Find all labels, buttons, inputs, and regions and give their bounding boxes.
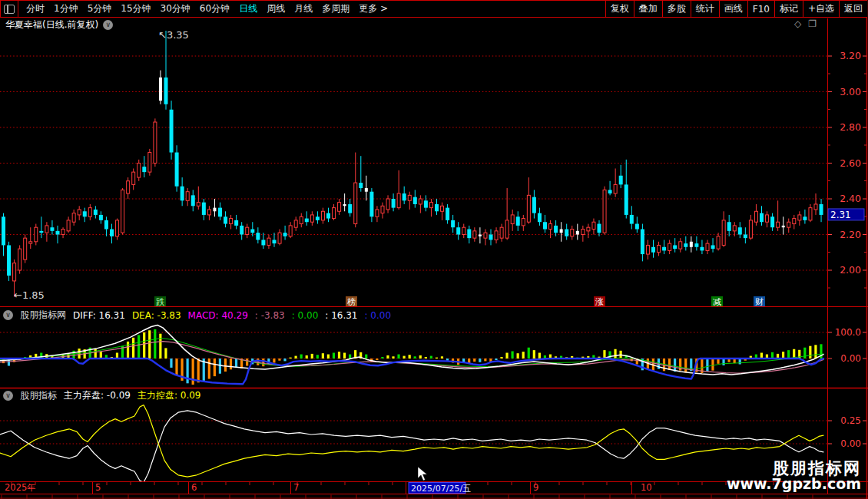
period-tab[interactable]: 30分钟 [156,2,195,15]
price-axis: 3.203.002.802.602.402.202.002.31100.00.0… [828,50,866,449]
sub-panel-header: ∨ 股朋指标 主力弃盘: -0.09主力控盘: 0.09 [3,389,200,402]
chart-title-row[interactable]: 华夏幸福(日线.前复权) ∨ [5,18,113,31]
date-axis-label: 9 [533,482,538,493]
page-title: 华夏幸福(日线.前复权) [5,18,98,31]
indicator-value: MACD: 40.29 [188,310,248,321]
chevron-down-icon[interactable]: ∨ [3,391,13,401]
toolbar-button[interactable]: +自选 [803,1,839,17]
toolbar-button[interactable]: 统计 [691,1,719,17]
toolbar-button[interactable]: 复权 [605,1,634,17]
candlestick-panel [0,29,827,297]
period-tab[interactable]: 多周期 [317,2,354,15]
title-row-icons: ◇ ❐ [794,18,817,29]
indicator-value: : 0.00 [292,310,319,321]
price-axis-label: 3.20 [840,50,861,61]
toolbar-button[interactable]: 叠加 [634,1,662,17]
svg-text:榜: 榜 [347,297,356,307]
toolbar-button[interactable]: 画线 [719,1,747,17]
top-toolbar: 分时1分钟5分钟15分钟30分钟60分钟日线周线月线多周期更多 > 复权叠加多股… [0,0,867,18]
macd-panel-header: ∨ 股朋指标网 DIFF: 16.31DEA: -3.83MACD: 40.29… [3,309,391,322]
high-annotation: ↖3.35 [158,29,189,41]
period-tab[interactable]: 1分钟 [49,2,83,15]
period-tab[interactable]: 5分钟 [83,2,117,15]
low-annotation: ←1.85 [14,289,45,301]
toolbar-button[interactable]: 多股 [662,1,691,17]
trading-app-window: 分时1分钟5分钟15分钟30分钟60分钟日线周线月线多周期更多 > 复权叠加多股… [0,0,868,499]
chart-canvas[interactable]: ↖3.35←1.85跌榜涨减财3.203.002.802.602.402.202… [0,0,868,499]
indicator-value: DIFF: 16.31 [73,310,125,321]
macd-histogram [2,329,823,385]
sub-header-values: 主力弃盘: -0.09主力控盘: 0.09 [64,389,200,402]
macd-panel [0,326,827,385]
indicator-value: DEA: -3.83 [132,310,181,321]
svg-text:跌: 跌 [156,297,165,307]
window-icon[interactable]: ❐ [808,18,817,29]
svg-text:2.31: 2.31 [830,210,851,220]
layout-toggle-button[interactable] [1,1,18,17]
toolbar-right-items: 复权叠加多股统计画线F10标记+自选返回 [605,1,867,17]
price-axis-label: 2.80 [840,121,861,133]
indicator-value: : -3.83 [255,310,285,321]
price-axis-label: 2.40 [840,193,861,204]
price-axis-label: 2.60 [840,157,861,169]
toolbar-left-items: 分时1分钟5分钟15分钟30分钟60分钟日线周线月线多周期更多 > [18,2,393,15]
window-split-icon [4,5,15,14]
toolbar-button[interactable]: F10 [747,1,774,17]
candlestick-layer [2,29,823,297]
period-tab[interactable]: 60分钟 [195,2,234,15]
macd-blue-line [0,359,823,384]
diamond-icon[interactable]: ◇ [794,18,801,29]
svg-text:2025/07/25/五: 2025/07/25/五 [411,484,471,494]
indicator-value: : 0.00 [365,310,392,321]
date-axis-label: 6 [191,482,197,493]
price-axis-label: 3.00 [840,86,861,97]
main-abandon-line [0,411,823,483]
period-tab[interactable]: 更多 > [354,2,393,15]
period-tab[interactable]: 分时 [22,2,49,15]
svg-text:减: 减 [713,297,721,307]
price-axis-label: 2.00 [840,264,861,276]
period-tab[interactable]: 15分钟 [116,2,155,15]
mouse-cursor [418,467,427,481]
date-axis-label: 2025年 [5,482,36,493]
signal-badges: 跌榜涨减财 [154,296,765,307]
indicator-value: 主力弃盘: -0.09 [64,389,131,402]
indicator-name: 股朋指标 [20,389,57,402]
macd-axis-label: 100.0 [835,327,861,338]
macd-header-values: DIFF: 16.31DEA: -3.83MACD: 40.29: -3.83:… [73,310,391,321]
indicator-value: : 16.31 [325,310,357,321]
watermark-site-url: www.7gpzb.com [727,475,861,492]
toolbar-button[interactable]: 返回 [839,1,867,17]
period-tab[interactable]: 周线 [262,2,290,15]
date-axis: 2025年5679102025/07/25/五 [2,482,821,499]
chevron-down-icon[interactable]: ∨ [3,310,13,320]
main-control-line [0,405,823,478]
period-tab[interactable]: 月线 [290,2,317,15]
indicator-name: 股朋指标网 [20,309,66,322]
period-tab[interactable]: 日线 [234,2,262,15]
sub-axis-label: 0.00 [840,438,861,449]
svg-text:涨: 涨 [595,297,604,307]
toolbar-button[interactable]: 标记 [774,1,803,17]
frame-lines [0,0,868,499]
date-axis-label: 5 [95,482,101,493]
svg-text:财: 财 [755,297,764,307]
sub-indicator-panel [0,405,827,483]
date-axis-label: 7 [293,482,299,493]
indicator-value: 主力控盘: 0.09 [137,389,201,402]
price-axis-label: 2.20 [840,229,861,240]
date-axis-label: 10 [641,482,652,493]
chevron-down-icon[interactable]: ∨ [103,20,113,30]
macd-axis-label: 0.00 [840,353,861,364]
sub-axis-label: 0.25 [840,415,861,426]
